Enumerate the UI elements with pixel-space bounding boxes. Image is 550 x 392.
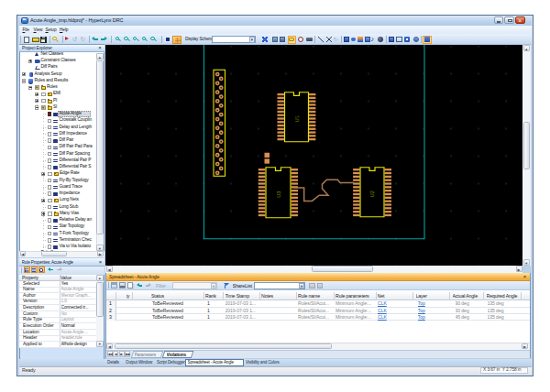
svg-text:U1: U1: [294, 115, 300, 122]
svg-text:U3: U3: [276, 191, 281, 197]
svg-text:U2: U2: [369, 191, 375, 197]
